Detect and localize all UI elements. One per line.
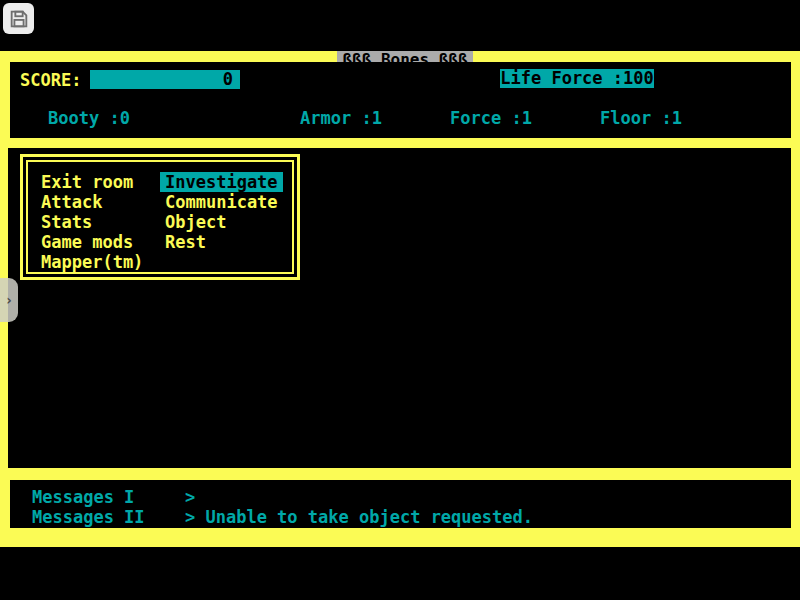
score-bar: 0 — [90, 70, 240, 89]
action-menu: Exit room Attack Stats Game mods Mapper(… — [20, 154, 300, 280]
messages-1-label: Messages I — [32, 488, 134, 507]
menu-item-object[interactable]: Object — [165, 212, 226, 232]
menu-item-communicate[interactable]: Communicate — [165, 192, 278, 212]
stats-panel: SCORE: 0 Life Force :100 Booty :0 Armor … — [10, 62, 791, 138]
chevron-right-icon: › — [5, 292, 13, 308]
save-button[interactable] — [3, 3, 34, 34]
score-value: 0 — [223, 69, 233, 89]
menu-item-rest[interactable]: Rest — [165, 232, 206, 252]
stat-armor: Armor :1 — [300, 109, 382, 128]
sidebar-drawer-handle[interactable]: › — [0, 278, 18, 322]
score-label: SCORE: — [20, 71, 81, 90]
messages-1-text: > — [185, 488, 195, 507]
menu-item-investigate-selected[interactable]: Investigate — [160, 172, 283, 192]
stat-force: Force :1 — [450, 109, 532, 128]
menu-item-exit-room[interactable]: Exit room — [41, 172, 133, 192]
messages-2-label: Messages II — [32, 508, 145, 527]
menu-item-mapper[interactable]: Mapper(tm) — [41, 252, 143, 272]
menu-item-attack[interactable]: Attack — [41, 192, 102, 212]
life-force-value: Life Force :100 — [500, 68, 654, 88]
life-force-bar: Life Force :100 — [500, 69, 654, 88]
game-frame: ßßß Bones ßßß SCORE: 0 Life Force :100 B… — [0, 51, 800, 547]
messages-2-text: > Unable to take object requested. — [185, 508, 533, 527]
menu-item-stats[interactable]: Stats — [41, 212, 92, 232]
stat-floor: Floor :1 — [600, 109, 682, 128]
room-panel: Exit room Attack Stats Game mods Mapper(… — [8, 148, 791, 468]
floppy-disk-icon — [8, 8, 30, 30]
messages-panel: Messages I > Messages II > Unable to tak… — [10, 480, 791, 528]
menu-item-game-mods[interactable]: Game mods — [41, 232, 133, 252]
stat-booty: Booty :0 — [48, 109, 130, 128]
